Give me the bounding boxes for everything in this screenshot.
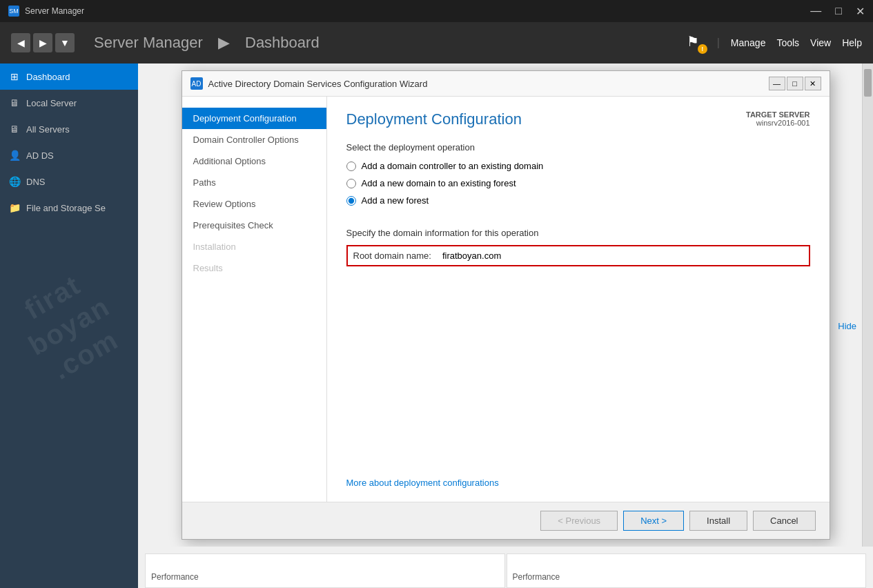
target-server-name: winsrv2016-001 [746, 119, 810, 127]
panel2-label: Performance [513, 572, 861, 582]
panel1-label: Performance [151, 572, 499, 582]
sidebar-item-all-servers[interactable]: 🖥 All Servers [0, 116, 138, 142]
radio-add-dc-input[interactable] [346, 161, 356, 171]
wizard-nav-results: Results [182, 257, 326, 279]
hide-panel-button[interactable]: Hide [838, 321, 856, 331]
wizard-nav-paths[interactable]: Paths [182, 172, 326, 193]
radio-add-dc[interactable]: Add a domain controller to an existing d… [346, 161, 810, 171]
radio-add-forest-input[interactable] [346, 196, 356, 206]
window-maximize[interactable]: □ [835, 5, 842, 18]
wizard-content-header: Deployment Configuration TARGET SERVER w… [346, 110, 810, 128]
sidebar-item-file-storage[interactable]: 📁 File and Storage Se [0, 195, 138, 221]
bottom-panel-1: Performance [145, 553, 505, 588]
radio-add-dc-label: Add a domain controller to an existing d… [362, 161, 544, 171]
dashboard-icon: ⊞ [8, 70, 21, 83]
domain-section-label: Specify the domain information for this … [346, 228, 810, 238]
dns-icon: 🌐 [8, 175, 21, 188]
domain-name-input[interactable] [440, 249, 803, 262]
scrollbar[interactable] [862, 63, 873, 588]
dialog-controls: — □ ✕ [769, 77, 821, 90]
sidebar-dns-label: DNS [26, 177, 45, 187]
radio-add-domain[interactable]: Add a new domain to an existing forest [346, 178, 810, 188]
all-servers-icon: 🖥 [8, 123, 21, 135]
sidebar-ad-ds-label: AD DS [26, 150, 54, 161]
sidebar-items: ⊞ Dashboard 🖥 Local Server 🖥 All Servers… [0, 63, 138, 221]
sidebar-local-server-label: Local Server [26, 98, 77, 108]
help-button[interactable]: Help [842, 37, 862, 48]
window-close[interactable]: ✕ [856, 5, 865, 18]
sidebar-item-dashboard[interactable]: ⊞ Dashboard [0, 63, 138, 90]
forward-button[interactable]: ▶ [33, 33, 52, 52]
radio-add-domain-input[interactable] [346, 179, 356, 188]
radio-add-forest[interactable]: Add a new forest [346, 195, 810, 206]
dropdown-button[interactable]: ▼ [55, 33, 75, 52]
wizard-nav-review-options[interactable]: Review Options [182, 193, 326, 215]
wizard-nav-dc-options[interactable]: Domain Controller Options [182, 129, 326, 150]
domain-field-label: Root domain name: [353, 251, 431, 261]
sidebar-all-servers-label: All Servers [26, 124, 70, 135]
sidebar-dashboard-label: Dashboard [26, 72, 70, 82]
wizard-nav: Deployment Configuration Domain Controll… [182, 97, 327, 502]
target-server-label: TARGET SERVER [746, 110, 810, 119]
cancel-button[interactable]: Cancel [753, 511, 815, 531]
more-info-link[interactable]: More about deployment configurations [346, 478, 810, 488]
view-button[interactable]: View [810, 37, 831, 48]
sidebar-file-storage-label: File and Storage Se [26, 203, 106, 213]
ad-ds-icon: 👤 [8, 149, 21, 161]
sidebar-item-local-server[interactable]: 🖥 Local Server [0, 90, 138, 116]
header: ◀ ▶ ▼ Server Manager ▶ Dashboard ⚑ ! | M… [0, 22, 873, 63]
warning-badge: ! [698, 44, 707, 54]
app-title: Server Manager [25, 6, 84, 16]
wizard-nav-deployment-config[interactable]: Deployment Configuration [182, 108, 326, 129]
nav-controls: ◀ ▶ ▼ [11, 33, 75, 52]
previous-button[interactable]: < Previous [540, 511, 618, 531]
wizard-title: Deployment Configuration [346, 110, 522, 128]
bottom-panel-2: Performance [507, 553, 867, 588]
notifications-flag[interactable]: ⚑ ! [687, 33, 706, 52]
window-minimize[interactable]: — [810, 5, 821, 18]
target-server-info: TARGET SERVER winsrv2016-001 [746, 110, 810, 127]
dialog-title-bar: AD Active Directory Domain Services Conf… [182, 71, 830, 97]
dialog-title: Active Directory Domain Services Configu… [208, 79, 763, 89]
dialog-overlay: AD Active Directory Domain Services Conf… [138, 63, 873, 588]
bottom-panels: Performance Performance [138, 547, 873, 588]
main-area: firatboyan.com AD Active Directory Domai… [138, 63, 873, 588]
sidebar-item-ad-ds[interactable]: 👤 AD DS [0, 142, 138, 168]
deployment-section-label: Select the deployment operation [346, 142, 810, 153]
wizard-nav-prerequisites[interactable]: Prerequisites Check [182, 215, 326, 236]
domain-field-row: Root domain name: [346, 245, 810, 266]
wizard-content: Deployment Configuration TARGET SERVER w… [327, 97, 830, 502]
file-storage-icon: 📁 [8, 202, 21, 214]
wizard-nav-additional-options[interactable]: Additional Options [182, 150, 326, 172]
sidebar-item-dns[interactable]: 🌐 DNS [0, 168, 138, 195]
title-bar: SM Server Manager — □ ✕ [0, 0, 873, 22]
dialog-close[interactable]: ✕ [805, 77, 821, 90]
sidebar: firatboyan.com ⊞ Dashboard 🖥 Local Serve… [0, 63, 138, 588]
dialog-icon: AD [190, 77, 203, 90]
header-actions: ⚑ ! | Manage Tools View Help [687, 33, 862, 52]
wizard-dialog: AD Active Directory Domain Services Conf… [182, 70, 830, 540]
install-button[interactable]: Install [689, 511, 747, 531]
dialog-footer: < Previous Next > Install Cancel [182, 502, 830, 539]
tools-button[interactable]: Tools [776, 37, 799, 48]
radio-add-domain-label: Add a new domain to an existing forest [362, 178, 516, 188]
back-button[interactable]: ◀ [11, 33, 30, 52]
header-title: Server Manager ▶ Dashboard [88, 34, 325, 52]
wizard-nav-installation: Installation [182, 236, 326, 257]
next-button[interactable]: Next > [623, 511, 684, 531]
radio-add-forest-label: Add a new forest [362, 195, 429, 206]
app-icon: SM [8, 6, 19, 17]
dialog-minimize[interactable]: — [769, 77, 785, 90]
scrollbar-thumb [864, 69, 872, 97]
local-server-icon: 🖥 [8, 97, 21, 109]
manage-button[interactable]: Manage [731, 37, 766, 48]
domain-section: Specify the domain information for this … [346, 228, 810, 266]
deployment-radio-group: Add a domain controller to an existing d… [346, 161, 810, 206]
dialog-body: Deployment Configuration Domain Controll… [182, 97, 830, 502]
content-area: firatboyan.com ⊞ Dashboard 🖥 Local Serve… [0, 63, 873, 588]
dialog-maximize[interactable]: □ [787, 77, 803, 90]
